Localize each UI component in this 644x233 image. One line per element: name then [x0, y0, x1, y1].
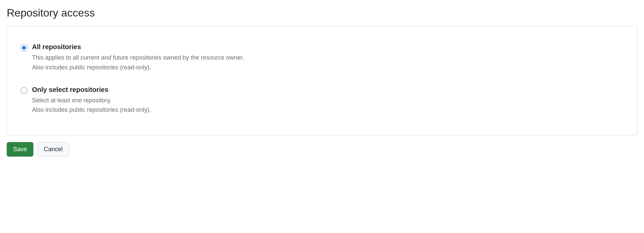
- desc-text: Also includes public repositories (read-…: [32, 64, 151, 71]
- desc-text: Select at least one repository.: [32, 97, 111, 104]
- option-all-content: All repositories This applies to all cur…: [32, 43, 623, 72]
- option-all-repositories: All repositories This applies to all cur…: [21, 43, 623, 72]
- page-title: Repository access: [7, 7, 637, 19]
- desc-text: future repositories owned by the resourc…: [111, 54, 244, 61]
- cancel-button[interactable]: Cancel: [37, 142, 69, 157]
- desc-text: Also includes public repositories (read-…: [32, 106, 151, 113]
- option-select-repositories: Only select repositories Select at least…: [21, 86, 623, 115]
- desc-em: and: [101, 54, 111, 61]
- description-all-repositories: This applies to all current and future r…: [32, 53, 623, 72]
- description-select-repositories: Select at least one repository. Also inc…: [32, 96, 623, 115]
- repository-access-radio-group: All repositories This applies to all cur…: [21, 43, 623, 115]
- option-select-content: Only select repositories Select at least…: [32, 86, 623, 115]
- radio-select-repositories[interactable]: [21, 87, 27, 94]
- radio-all-repositories[interactable]: [21, 44, 27, 51]
- button-row: Save Cancel: [7, 142, 637, 157]
- desc-text: This applies to all current: [32, 54, 101, 61]
- repository-access-panel: All repositories This applies to all cur…: [7, 26, 637, 135]
- save-button[interactable]: Save: [7, 142, 33, 157]
- label-all-repositories[interactable]: All repositories: [32, 43, 623, 51]
- label-select-repositories[interactable]: Only select repositories: [32, 86, 623, 94]
